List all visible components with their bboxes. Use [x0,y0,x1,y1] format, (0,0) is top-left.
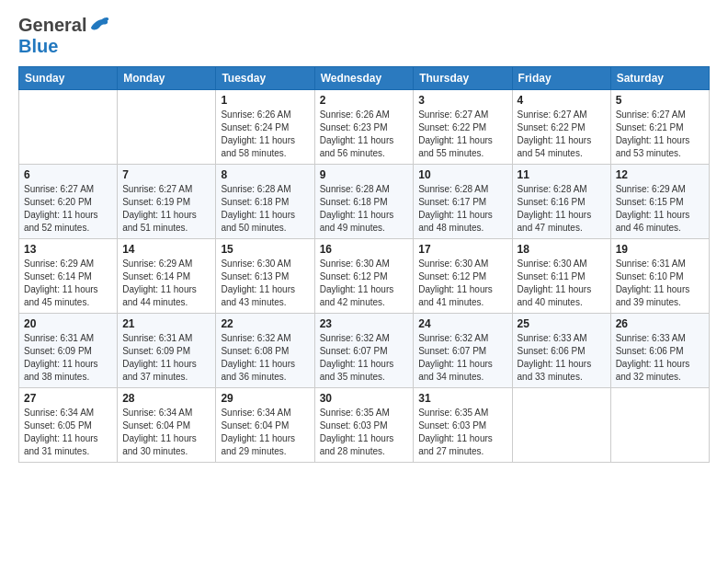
day-of-week-header: Sunday [19,67,118,90]
calendar-cell: 30Sunrise: 6:35 AM Sunset: 6:03 PM Dayli… [314,388,414,463]
day-info: Sunrise: 6:31 AM Sunset: 6:09 PM Dayligh… [122,332,210,384]
day-info: Sunrise: 6:30 AM Sunset: 6:13 PM Dayligh… [221,258,309,309]
calendar-cell: 9Sunrise: 6:28 AM Sunset: 6:18 PM Daylig… [314,165,414,239]
day-info: Sunrise: 6:27 AM Sunset: 6:20 PM Dayligh… [24,183,112,235]
calendar-cell: 29Sunrise: 6:34 AM Sunset: 6:04 PM Dayli… [216,388,314,463]
day-info: Sunrise: 6:27 AM Sunset: 6:21 PM Dayligh… [616,109,704,160]
calendar-week-row: 1Sunrise: 6:26 AM Sunset: 6:24 PM Daylig… [19,90,710,165]
day-number: 16 [320,243,409,256]
calendar-table: SundayMondayTuesdayWednesdayThursdayFrid… [18,66,710,463]
day-number: 15 [221,243,309,256]
calendar-cell: 20Sunrise: 6:31 AM Sunset: 6:09 PM Dayli… [19,314,118,388]
day-info: Sunrise: 6:27 AM Sunset: 6:22 PM Dayligh… [418,109,506,160]
day-info: Sunrise: 6:31 AM Sunset: 6:09 PM Dayligh… [24,332,112,384]
day-number: 13 [24,243,112,256]
day-info: Sunrise: 6:28 AM Sunset: 6:16 PM Dayligh… [518,183,606,235]
logo-general-text: General [18,15,86,36]
day-info: Sunrise: 6:31 AM Sunset: 6:10 PM Dayligh… [616,258,704,309]
day-info: Sunrise: 6:34 AM Sunset: 6:05 PM Dayligh… [24,407,112,458]
calendar-cell: 6Sunrise: 6:27 AM Sunset: 6:20 PM Daylig… [19,165,118,239]
day-number: 5 [616,94,704,107]
day-info: Sunrise: 6:30 AM Sunset: 6:12 PM Dayligh… [320,258,409,309]
calendar-cell: 16Sunrise: 6:30 AM Sunset: 6:12 PM Dayli… [314,239,414,314]
calendar-cell: 14Sunrise: 6:29 AM Sunset: 6:14 PM Dayli… [118,239,216,314]
calendar-cell: 4Sunrise: 6:27 AM Sunset: 6:22 PM Daylig… [512,90,610,165]
calendar-cell: 12Sunrise: 6:29 AM Sunset: 6:15 PM Dayli… [610,165,709,239]
day-info: Sunrise: 6:30 AM Sunset: 6:11 PM Dayligh… [518,258,606,309]
page: General Blue SundayMondayTuesdayWednesda… [0,0,728,563]
day-number: 20 [24,317,112,330]
day-number: 3 [418,94,506,107]
day-info: Sunrise: 6:28 AM Sunset: 6:18 PM Dayligh… [221,183,309,235]
day-number: 4 [518,94,606,107]
calendar-cell: 19Sunrise: 6:31 AM Sunset: 6:10 PM Dayli… [610,239,709,314]
day-number: 8 [221,168,309,181]
day-info: Sunrise: 6:30 AM Sunset: 6:12 PM Dayligh… [418,258,506,309]
day-of-week-header: Thursday [414,67,512,90]
calendar-cell: 13Sunrise: 6:29 AM Sunset: 6:14 PM Dayli… [19,239,118,314]
calendar-cell: 31Sunrise: 6:35 AM Sunset: 6:03 PM Dayli… [414,388,512,463]
day-info: Sunrise: 6:35 AM Sunset: 6:03 PM Dayligh… [320,407,409,458]
calendar-week-row: 6Sunrise: 6:27 AM Sunset: 6:20 PM Daylig… [19,165,710,239]
day-number: 9 [320,168,409,181]
day-number: 27 [24,392,112,405]
logo-blue-text: Blue [18,36,58,56]
day-of-week-header: Friday [512,67,610,90]
day-info: Sunrise: 6:29 AM Sunset: 6:14 PM Dayligh… [24,258,112,309]
day-number: 24 [418,317,506,330]
day-number: 23 [320,317,409,330]
day-of-week-header: Saturday [610,67,709,90]
day-info: Sunrise: 6:28 AM Sunset: 6:18 PM Dayligh… [320,183,409,235]
day-number: 7 [122,168,210,181]
day-number: 29 [221,392,309,405]
day-number: 25 [518,317,606,330]
day-info: Sunrise: 6:32 AM Sunset: 6:07 PM Dayligh… [320,332,409,384]
calendar-cell [118,90,216,165]
calendar-cell: 22Sunrise: 6:32 AM Sunset: 6:08 PM Dayli… [216,314,314,388]
calendar-cell: 1Sunrise: 6:26 AM Sunset: 6:24 PM Daylig… [216,90,314,165]
day-number: 19 [616,243,704,256]
calendar-cell: 21Sunrise: 6:31 AM Sunset: 6:09 PM Dayli… [118,314,216,388]
header: General Blue [18,15,710,57]
calendar-cell: 3Sunrise: 6:27 AM Sunset: 6:22 PM Daylig… [414,90,512,165]
calendar-header-row: SundayMondayTuesdayWednesdayThursdayFrid… [19,67,710,90]
day-info: Sunrise: 6:29 AM Sunset: 6:14 PM Dayligh… [122,258,210,309]
calendar-cell: 11Sunrise: 6:28 AM Sunset: 6:16 PM Dayli… [512,165,610,239]
calendar-cell: 24Sunrise: 6:32 AM Sunset: 6:07 PM Dayli… [414,314,512,388]
day-info: Sunrise: 6:29 AM Sunset: 6:15 PM Dayligh… [616,183,704,235]
day-info: Sunrise: 6:28 AM Sunset: 6:17 PM Dayligh… [418,183,506,235]
logo-bird-icon [89,17,109,31]
day-info: Sunrise: 6:35 AM Sunset: 6:03 PM Dayligh… [418,407,506,458]
day-number: 21 [122,317,210,330]
calendar-week-row: 27Sunrise: 6:34 AM Sunset: 6:05 PM Dayli… [19,388,710,463]
day-number: 31 [418,392,506,405]
day-number: 22 [221,317,309,330]
day-info: Sunrise: 6:34 AM Sunset: 6:04 PM Dayligh… [122,407,210,458]
calendar-cell: 10Sunrise: 6:28 AM Sunset: 6:17 PM Dayli… [414,165,512,239]
calendar-cell: 5Sunrise: 6:27 AM Sunset: 6:21 PM Daylig… [610,90,709,165]
day-number: 6 [24,168,112,181]
day-info: Sunrise: 6:27 AM Sunset: 6:22 PM Dayligh… [518,109,606,160]
day-info: Sunrise: 6:33 AM Sunset: 6:06 PM Dayligh… [518,332,606,384]
calendar-cell [512,388,610,463]
day-number: 12 [616,168,704,181]
day-info: Sunrise: 6:33 AM Sunset: 6:06 PM Dayligh… [616,332,704,384]
calendar-cell [610,388,709,463]
calendar-cell: 17Sunrise: 6:30 AM Sunset: 6:12 PM Dayli… [414,239,512,314]
day-info: Sunrise: 6:27 AM Sunset: 6:19 PM Dayligh… [122,183,210,235]
day-number: 14 [122,243,210,256]
day-info: Sunrise: 6:26 AM Sunset: 6:24 PM Dayligh… [221,109,309,160]
calendar-cell: 28Sunrise: 6:34 AM Sunset: 6:04 PM Dayli… [118,388,216,463]
calendar-cell: 27Sunrise: 6:34 AM Sunset: 6:05 PM Dayli… [19,388,118,463]
day-number: 1 [221,94,309,107]
day-number: 2 [320,94,409,107]
calendar-cell: 26Sunrise: 6:33 AM Sunset: 6:06 PM Dayli… [610,314,709,388]
day-number: 11 [518,168,606,181]
calendar-cell: 15Sunrise: 6:30 AM Sunset: 6:13 PM Dayli… [216,239,314,314]
day-number: 10 [418,168,506,181]
day-number: 28 [122,392,210,405]
day-info: Sunrise: 6:26 AM Sunset: 6:23 PM Dayligh… [320,109,409,160]
day-number: 18 [518,243,606,256]
day-of-week-header: Wednesday [314,67,414,90]
calendar-week-row: 20Sunrise: 6:31 AM Sunset: 6:09 PM Dayli… [19,314,710,388]
